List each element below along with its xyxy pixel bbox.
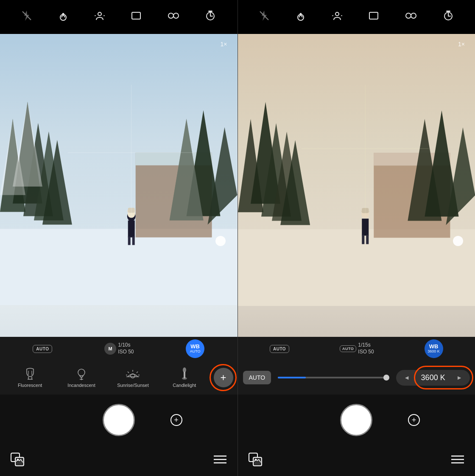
left-shutter-plus[interactable]: +: [170, 414, 182, 426]
left-top-toolbar: [0, 0, 238, 34]
wb-option-fluorescent[interactable]: Fluorescent: [4, 367, 56, 388]
svg-point-9: [173, 13, 179, 18]
temp-value: 3600 K: [414, 373, 452, 382]
wb-option-candlelight[interactable]: Candlelight: [159, 367, 210, 388]
right-gallery-icon[interactable]: [248, 452, 263, 470]
left-exposure-setting[interactable]: AUTO: [33, 345, 52, 353]
right-burst-icon[interactable]: [404, 10, 418, 25]
temp-right-arrow[interactable]: ►: [456, 374, 462, 381]
left-zoom-indicator: 1×: [221, 41, 227, 48]
flash-off-icon[interactable]: [21, 10, 33, 25]
svg-line-48: [128, 372, 129, 373]
left-shutter-area: +: [0, 395, 238, 445]
svg-rect-29: [128, 221, 135, 238]
right-flash-off-icon[interactable]: [258, 10, 270, 25]
right-wb-bar: AUTO ◄ 3600 K ►: [238, 361, 475, 395]
right-bottom-bar: [238, 445, 475, 476]
right-wb-badge[interactable]: WB 3600 K: [425, 339, 443, 358]
right-shutter-area: +: [238, 395, 475, 445]
right-mode-badge: AUTO: [340, 345, 356, 352]
left-menu-icon[interactable]: [213, 454, 227, 468]
wb-option-sunrise[interactable]: Sunrise/Sunset: [107, 367, 159, 388]
left-mode-setting[interactable]: M 1/10s ISO 50: [104, 342, 134, 355]
left-shutter-button[interactable]: [103, 404, 135, 436]
left-camera-panel: 1× AUTO M 1/10s ISO 50 WB: [0, 0, 238, 476]
svg-point-3: [62, 13, 64, 15]
svg-rect-11: [208, 11, 212, 12]
right-camera-panel: 1× AUTO AUTO 1/15s ISO 50 WB: [238, 0, 475, 476]
svg-rect-30: [128, 237, 131, 245]
svg-marker-1: [24, 11, 29, 21]
svg-point-95: [255, 459, 257, 461]
left-wb-badge[interactable]: WB AUTO: [186, 339, 204, 358]
right-self-timer-icon[interactable]: [442, 10, 454, 25]
right-auto-wb-button[interactable]: AUTO: [243, 371, 271, 384]
macro-icon[interactable]: [57, 10, 69, 25]
svg-rect-90: [366, 235, 369, 244]
left-mode-badge: M: [104, 343, 116, 355]
svg-point-70: [411, 13, 416, 18]
right-auto-box: AUTO: [270, 345, 289, 353]
right-exposure-dot[interactable]: [453, 236, 463, 246]
right-viewfinder[interactable]: 1×: [238, 34, 475, 337]
left-auto-box: AUTO: [33, 345, 52, 353]
svg-point-54: [182, 377, 187, 380]
right-bottom-panel: AUTO AUTO 1/15s ISO 50 WB 3600 K: [238, 337, 475, 476]
right-top-toolbar: [238, 0, 475, 34]
portrait-icon[interactable]: [94, 10, 106, 25]
svg-point-42: [78, 369, 85, 376]
left-bottom-panel: AUTO M 1/10s ISO 50 WB AUTO: [0, 337, 238, 476]
left-wb-options-container: Fluorescent Incandescent: [0, 361, 238, 395]
svg-marker-62: [262, 11, 267, 21]
left-settings-bar: AUTO M 1/10s ISO 50 WB AUTO: [0, 337, 238, 361]
wb-option-incandescent[interactable]: Incandescent: [56, 367, 107, 388]
svg-line-49: [137, 372, 138, 373]
sunrise-label: Sunrise/Sunset: [117, 383, 149, 388]
svg-point-65: [335, 12, 339, 16]
right-mode-setting[interactable]: AUTO 1/15s ISO 50: [340, 342, 374, 355]
right-menu-icon[interactable]: [450, 454, 465, 468]
left-wb-options-bar: Fluorescent Incandescent: [0, 361, 238, 395]
svg-rect-88: [362, 218, 369, 235]
right-shutter-iso: 1/15s ISO 50: [358, 342, 374, 355]
left-bottom-bar: [0, 445, 238, 476]
right-zoom-indicator: 1×: [458, 41, 465, 48]
right-exposure-setting[interactable]: AUTO: [270, 345, 289, 353]
svg-rect-68: [369, 12, 378, 19]
svg-rect-89: [362, 235, 364, 244]
right-settings-bar: AUTO AUTO 1/15s ISO 50 WB 3600 K: [238, 337, 475, 361]
svg-rect-74: [238, 229, 475, 305]
aspect-ratio-icon[interactable]: [130, 10, 142, 25]
svg-rect-7: [132, 12, 140, 19]
svg-point-4: [98, 12, 101, 16]
incandescent-label: Incandescent: [67, 383, 95, 388]
right-portrait-icon[interactable]: [331, 10, 343, 25]
right-shutter-button[interactable]: [340, 404, 372, 436]
temp-left-arrow[interactable]: ◄: [404, 374, 410, 381]
left-gallery-icon[interactable]: [10, 452, 25, 470]
right-macro-icon[interactable]: [295, 10, 307, 25]
svg-rect-31: [132, 237, 135, 245]
left-add-wb-button[interactable]: +: [214, 368, 233, 387]
right-wb-slider-track[interactable]: [278, 377, 389, 378]
svg-rect-72: [446, 11, 450, 12]
svg-rect-14: [0, 229, 238, 305]
svg-point-64: [300, 13, 302, 15]
right-temp-control: ◄ 3600 K ►: [396, 370, 470, 386]
candlelight-label: Candlelight: [173, 383, 196, 388]
right-shutter-plus[interactable]: +: [408, 414, 420, 426]
svg-point-8: [168, 13, 173, 18]
right-aspect-ratio-icon[interactable]: [368, 10, 380, 25]
left-exposure-dot[interactable]: [215, 236, 226, 246]
svg-point-69: [406, 13, 411, 18]
left-shutter-iso: 1/10s ISO 50: [118, 342, 134, 355]
burst-icon[interactable]: [167, 10, 180, 25]
fluorescent-label: Fluorescent: [18, 383, 42, 388]
right-wb-bar-container: AUTO ◄ 3600 K ►: [238, 361, 475, 395]
self-timer-icon[interactable]: [204, 10, 216, 25]
svg-point-57: [17, 459, 19, 461]
left-viewfinder[interactable]: 1×: [0, 34, 238, 337]
